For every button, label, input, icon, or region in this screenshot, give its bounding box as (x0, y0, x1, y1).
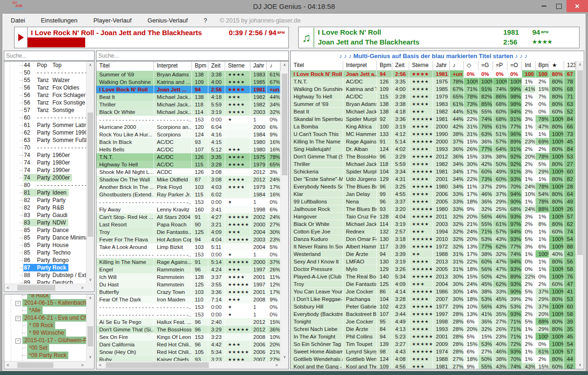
search-result-row[interactable]: Ghostbusters (Extend...Ray Parker Jr.115… (96, 191, 280, 198)
search-result-row[interactable]: Fear Of The DarkIron Maiden1107:14★★★200… (96, 296, 280, 303)
scroll-thumb[interactable] (17, 285, 55, 291)
search-result-row[interactable]: RubyKaiser Chiefs933:23★★★★200727% (96, 356, 280, 361)
menu-genius-verlauf[interactable]: Genius-Verlauf (140, 17, 196, 24)
scroll-down-icon[interactable]: ∨ (576, 361, 584, 369)
search-result-row[interactable]: - - - - - - - - - - - - - - - - - - -- -… (96, 303, 280, 311)
category-item[interactable]: 57TanzSonstige (4, 106, 86, 114)
collapse-icon[interactable]: − (15, 301, 21, 306)
category-item[interactable]: 56TanzFox Sonstige (4, 99, 86, 106)
search-result-row[interactable]: - - - - - - - - - - - - - - - - - - -- -… (96, 116, 280, 123)
column-header[interactable]: Int (522, 61, 536, 70)
vertical-scrollbar[interactable]: ∧ ∨ (86, 61, 94, 284)
search-result-row[interactable]: Black Or WhiteMichael Jack...1143:19★★★★… (96, 108, 280, 116)
search-result-row[interactable]: Ai Se Eu Te PegoHallux Feat. ...962:4020… (96, 318, 280, 326)
column-header[interactable]: 123 (564, 61, 576, 70)
scroll-left-icon[interactable]: < (4, 284, 12, 292)
category-item[interactable]: 87PartyRock (4, 264, 86, 271)
genius-row[interactable]: 99 LuftballonsNena963:37★★★★200533%18%36… (291, 198, 576, 205)
search-result-row[interactable]: TroyDie Fantastis...1254:09★★★200430% (96, 228, 280, 236)
history-item[interactable]: −2014-06-21 - Eva und Christia (4, 314, 86, 322)
category-item[interactable]: 56TanzFox Schlager (4, 91, 86, 99)
scroll-down-icon[interactable]: ∨ (281, 353, 288, 361)
column-header[interactable]: Jahr (433, 61, 450, 70)
column-header[interactable]: Interpret (154, 61, 192, 71)
history-item[interactable]: *8 Rock (4, 294, 86, 299)
genius-row[interactable]: TonightJoe Cocker954:49★★★★199828%6%36%2… (291, 318, 576, 325)
scroll-down-icon[interactable]: ∨ (87, 353, 94, 361)
genius-row[interactable]: WesterlandDie Ärzte943:39★★198831%17%38%… (291, 250, 576, 258)
category-item[interactable]: 74Party2000er (4, 174, 86, 181)
genius-row[interactable]: HangoverTaio Cruz Fea...1284:04★★★★★2011… (291, 213, 576, 220)
column-header[interactable]: =G (478, 61, 493, 70)
category-item[interactable]: 70- - - - - - - - - - - - - - - - - - (4, 144, 86, 151)
history-item[interactable]: *Alle (4, 307, 86, 314)
scroll-right-icon[interactable]: > (79, 284, 86, 292)
search-result-row[interactable]: EngelRammstein964:24★★★199726% (96, 266, 280, 273)
genius-row[interactable]: KlarJan Delay994:55★★★★200633%17%46%37%9… (291, 190, 576, 198)
column-header[interactable]: Interpret (343, 61, 377, 70)
column-header[interactable]: Zeit (208, 61, 225, 71)
horizontal-scrollbar[interactable]: < > (4, 284, 86, 292)
genius-row[interactable]: It Never Rains In Sout...Albert Hammo...… (291, 243, 576, 250)
category-item[interactable]: 82PartyParty (4, 196, 86, 204)
genius-row[interactable]: Everybody Needs Som...The Blues Br...963… (291, 183, 576, 190)
column-header[interactable]: ★ (549, 61, 564, 70)
song-search-input[interactable] (96, 51, 289, 61)
column-header[interactable]: Zeit (392, 61, 409, 70)
menu-einstellungen[interactable]: Einstellungen (33, 17, 85, 24)
column-header[interactable]: =P (493, 61, 507, 70)
search-result-row[interactable]: Summer of '69Bryan Adams1383:38★★★★19836… (96, 71, 280, 78)
search-result-row[interactable]: Another Brick In The ...Pink Floyd1034:0… (96, 183, 280, 191)
play-button[interactable] (15, 27, 28, 48)
search-result-row[interactable]: - - - - - - - - - - - - - - - - - - -- -… (96, 198, 280, 206)
history-item[interactable]: * 09 Rock (4, 322, 86, 329)
search-result-row[interactable]: Ich WillRammstein1283:37★★★★200111% (96, 273, 280, 281)
genius-row[interactable]: Everybody (Backstreet...Backstreet B...1… (291, 310, 576, 318)
scroll-up-icon[interactable]: ∧ (281, 61, 288, 69)
search-result-row[interactable]: - - - - - - - - - - - - - - - - - - -- -… (96, 311, 280, 318)
scroll-thumb[interactable] (282, 74, 287, 175)
genius-row[interactable]: Schrei Nach LiebeDie Ärzte844:13★★★★1993… (291, 325, 576, 333)
genius-row[interactable]: SchickeriaSpider Murph...1043:34★★★★★198… (291, 168, 576, 175)
column-header[interactable]: Titel (96, 61, 154, 71)
genius-row[interactable]: Skandal Im Sperrbezirk.Spider Murph...92… (291, 115, 576, 123)
genius-row[interactable]: U Can't Touch ThisMC Hammer1334:12★★★★★1… (291, 130, 576, 138)
category-item[interactable]: 88PartyDubstep / Extre (4, 271, 86, 279)
search-result-row[interactable]: Last ResortPapa Roach903:21★★★★★200027% (96, 221, 280, 228)
history-item[interactable]: *00 Set (4, 344, 86, 352)
column-header[interactable]: Bpm (192, 61, 208, 71)
search-result-row[interactable]: Shook Me All Night L...ACDC1263:0820123% (96, 168, 280, 176)
column-header[interactable]: ♪ (267, 61, 280, 71)
scroll-thumb[interactable] (577, 70, 583, 255)
genius-row[interactable]: Danza KuduroDon Omar Fe...1303:18★★★★★20… (291, 235, 576, 243)
scroll-down-icon[interactable]: ∨ (87, 276, 94, 284)
scroll-left-icon[interactable]: < (4, 361, 12, 369)
search-result-row[interactable]: - - - - - - - - - - - - - - - - - - -- -… (96, 251, 280, 258)
genius-row[interactable]: ThrillerMichael Jack...1185:59★★★★198234… (291, 160, 576, 168)
scroll-thumb[interactable] (88, 326, 93, 346)
column-header[interactable]: ◇ (464, 61, 478, 70)
category-item[interactable]: 83PartyGaudi (4, 211, 86, 219)
search-result-row[interactable]: Fly AwayLenny Kravitz1603:4119986% (96, 206, 280, 213)
genius-row[interactable]: Der "Erste Sahne"-MixUdo Jürgens1294:31★… (291, 175, 576, 183)
search-result-row[interactable]: Don't Gimme That (Si...The BossHoss963:2… (96, 326, 280, 333)
menu-player-verlauf[interactable]: Player-Verlauf (85, 17, 140, 24)
genius-row[interactable]: Cotton Eye JoeRednex1322:57★★★199432%24%… (291, 228, 576, 235)
genius-row[interactable]: Kool and the Gang - G...Kool and The...1… (291, 363, 576, 369)
search-result-row[interactable]: ThrillerMichael Jack...1185:59★★★★198234… (96, 101, 280, 108)
category-item[interactable]: 44PopTop (4, 61, 86, 69)
category-item[interactable]: 81PartyIdeen (4, 189, 86, 196)
genius-row[interactable]: Sexy And I Know ItLMFAO1303:19★★★★201331… (291, 258, 576, 265)
genius-row[interactable]: Doctor PressureMylo1293:26★★★★★200531%18… (291, 265, 576, 273)
history-item[interactable]: −2014-06-15 - Kaltenbach Hoc (4, 299, 86, 307)
category-item[interactable]: 74Party1990er (4, 166, 86, 174)
genius-row[interactable]: Don't Gimme That (Sin...The BossHoss963:… (291, 153, 576, 160)
search-result-row[interactable]: Back In BlackAC/DC934:15198016% (96, 138, 280, 146)
genius-row[interactable]: Summer of '69Bryan Adams1383:38★★★★19836… (291, 100, 576, 108)
category-item[interactable]: 74Party1980er (4, 159, 86, 166)
scroll-up-icon[interactable]: ∧ (87, 294, 94, 302)
category-item[interactable]: 61PartySommer Latin (4, 121, 86, 129)
scroll-thumb[interactable] (88, 112, 93, 237)
genius-row[interactable]: Walking On SunshineKatrina and T...1094:… (291, 85, 576, 93)
genius-row[interactable]: La BombaKing Africa1003:19★★★★200042%31%… (291, 123, 576, 130)
